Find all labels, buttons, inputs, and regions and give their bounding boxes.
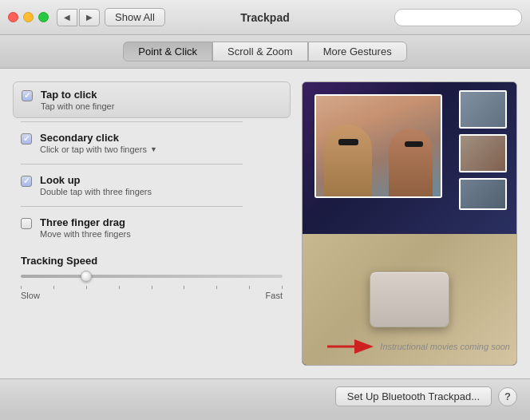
show-all-button[interactable]: Show All xyxy=(105,8,165,26)
three-finger-drag-title: Three finger drag xyxy=(40,216,131,228)
maximize-button[interactable] xyxy=(38,12,49,22)
tick xyxy=(21,286,22,289)
coming-soon-text: Instructional movies coming soon xyxy=(380,342,510,351)
tab-more-gestures[interactable]: More Gestures xyxy=(308,42,407,61)
right-panel: Instructional movies coming soon xyxy=(302,81,517,366)
look-up-row: ✓ Look up Double tap with three fingers xyxy=(13,168,291,203)
nav-back-button[interactable]: ◀ xyxy=(57,9,77,26)
secondary-click-text: Secondary click Click or tap with two fi… xyxy=(40,132,157,154)
tap-to-click-text: Tap to click Tap with one finger xyxy=(41,89,114,111)
look-up-title: Look up xyxy=(40,174,152,186)
tick xyxy=(249,286,250,289)
tab-point-click[interactable]: Point & Click xyxy=(123,42,212,61)
tick xyxy=(184,286,184,289)
photo-main xyxy=(314,94,442,198)
traffic-lights xyxy=(8,12,49,22)
search-input[interactable] xyxy=(394,9,522,26)
checkbox-check-icon2: ✓ xyxy=(23,135,30,143)
checkbox-check-icon3: ✓ xyxy=(23,177,30,185)
secondary-click-checkbox-container: ✓ xyxy=(21,133,32,145)
minimize-button[interactable] xyxy=(23,12,34,22)
main-content: ✓ Tap to click Tap with one finger ✓ Sec… xyxy=(0,69,530,378)
tick xyxy=(119,286,120,289)
photo-collage xyxy=(303,82,516,234)
sunglass-right xyxy=(405,141,423,147)
tab-bar: Point & Click Scroll & Zoom More Gesture… xyxy=(0,35,530,69)
three-finger-drag-row: Three finger drag Move with three finger… xyxy=(13,210,291,245)
slow-label: Slow xyxy=(21,291,40,300)
look-up-checkbox-container: ✓ xyxy=(21,176,32,187)
tap-to-click-title: Tap to click xyxy=(41,89,114,101)
left-panel: ✓ Tap to click Tap with one finger ✓ Sec… xyxy=(13,81,291,366)
slider-container: Slow Fast xyxy=(21,275,283,300)
person-left xyxy=(324,125,372,196)
title-bar: ◀ ▶ Show All Trackpad 🔍 xyxy=(0,0,530,35)
sunglass-left xyxy=(338,139,358,145)
look-up-checkbox[interactable]: ✓ xyxy=(21,176,32,187)
video-area xyxy=(303,82,516,234)
tick xyxy=(53,286,54,289)
look-up-text: Look up Double tap with three fingers xyxy=(40,174,152,196)
tab-scroll-zoom[interactable]: Scroll & Zoom xyxy=(212,42,308,61)
trackpad-device xyxy=(370,271,449,327)
secondary-click-title: Secondary click xyxy=(40,132,157,144)
three-finger-drag-subtitle: Move with three fingers xyxy=(40,229,131,239)
tap-to-click-checkbox-container: ✓ xyxy=(22,90,33,101)
help-button[interactable]: ? xyxy=(498,387,517,406)
slider-thumb[interactable] xyxy=(81,271,92,282)
secondary-click-row: ✓ Secondary click Click or tap with two … xyxy=(13,125,291,160)
secondary-click-checkbox[interactable]: ✓ xyxy=(21,133,32,145)
arrow-svg xyxy=(327,335,375,359)
tracking-section: Tracking Speed Slow xyxy=(13,255,291,303)
three-finger-drag-checkbox[interactable] xyxy=(21,218,32,229)
tick xyxy=(282,286,283,289)
secondary-click-subtitle: Click or tap with two fingers ▼ xyxy=(40,145,157,154)
checkbox-check-icon: ✓ xyxy=(24,92,30,100)
photo-thumb1 xyxy=(459,90,507,129)
slider-labels: Slow Fast xyxy=(21,291,283,300)
tap-to-click-checkbox[interactable]: ✓ xyxy=(22,90,33,101)
tick xyxy=(216,286,217,289)
three-finger-drag-text: Three finger drag Move with three finger… xyxy=(40,216,131,239)
search-wrapper: 🔍 xyxy=(394,9,522,26)
tick xyxy=(86,286,87,289)
photo-main-inner xyxy=(316,96,441,196)
slider-ticks xyxy=(21,286,283,289)
bluetooth-trackpad-button[interactable]: Set Up Bluetooth Trackpad... xyxy=(335,386,492,406)
search-bar: 🔍 xyxy=(394,9,522,26)
slider-track[interactable] xyxy=(21,275,283,278)
photo-thumb3 xyxy=(459,178,507,210)
photo-thumb2 xyxy=(459,134,507,172)
trackpad-area: Instructional movies coming soon xyxy=(303,234,516,365)
nav-forward-button[interactable]: ▶ xyxy=(79,9,100,26)
three-finger-drag-checkbox-container xyxy=(21,218,32,229)
look-up-subtitle: Double tap with three fingers xyxy=(40,187,152,196)
nav-buttons: ◀ ▶ xyxy=(57,9,100,26)
tick xyxy=(152,286,152,289)
bottom-bar: Set Up Bluetooth Trackpad... ? xyxy=(0,378,530,414)
coming-soon-container: Instructional movies coming soon xyxy=(327,335,510,359)
window-title: Trackpad xyxy=(240,11,289,24)
close-button[interactable] xyxy=(8,12,18,22)
tracking-title: Tracking Speed xyxy=(21,255,283,267)
person-right xyxy=(389,129,433,196)
tap-to-click-subtitle: Tap with one finger xyxy=(41,101,114,111)
tap-to-click-row: ✓ Tap to click Tap with one finger xyxy=(13,81,291,118)
secondary-click-dropdown-arrow[interactable]: ▼ xyxy=(150,145,157,153)
fast-label: Fast xyxy=(266,291,283,300)
